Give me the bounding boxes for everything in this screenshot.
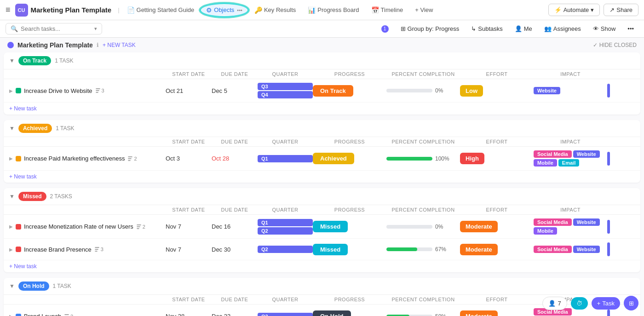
app-menu-icon[interactable]: ≡ <box>6 5 11 15</box>
subtask-count[interactable]: 2 <box>127 156 137 161</box>
show-button[interactable]: 👁 Show <box>588 23 621 34</box>
tab-timeline[interactable]: 📅 Timeline <box>367 5 408 16</box>
group-by-button[interactable]: ⊞ Group by: Progress <box>396 23 464 34</box>
search-input[interactable] <box>21 25 85 32</box>
table-container: ▼ On Track 1 TASK START DATEDUE DATEQUAR… <box>0 52 644 316</box>
progress-bar-background <box>386 247 432 251</box>
group-chevron-on-track[interactable]: ▼ <box>9 57 15 64</box>
task-name[interactable]: Increase Drive to Website <box>24 87 92 94</box>
group-header-missed: ▼ Missed 2 TASKS <box>4 188 640 205</box>
progress-bar-fill <box>386 247 417 251</box>
col-header-0: START DATE <box>166 139 212 144</box>
task-quarter: Q1 <box>258 155 313 162</box>
col-header-4: PERCENT COMPLETION <box>386 139 460 144</box>
new-task-row[interactable]: + New task <box>4 171 640 183</box>
subtask-count[interactable]: 2 <box>64 314 73 316</box>
task-name[interactable]: Increase Paid Marketing effectiveness <box>24 155 125 162</box>
task-start-date: Oct 21 <box>166 87 212 94</box>
task-name[interactable]: Brand Launch <box>24 313 61 316</box>
grid-view-button[interactable]: ⊞ <box>624 296 638 310</box>
col-header-2: QUARTER <box>258 207 313 213</box>
group-task-count-on-hold: 1 TASK <box>53 283 71 289</box>
task-expand-arrow[interactable]: ▶ <box>9 224 13 229</box>
task-effort-badge: High <box>460 153 484 164</box>
tab-timeline-label: Timeline <box>381 6 403 13</box>
show-label: Show <box>601 25 616 32</box>
task-effort-badge: Moderate <box>460 221 498 232</box>
tab-getting-started[interactable]: 📄 Getting Started Guide <box>122 5 199 16</box>
group-status-badge-achieved: Achieved <box>18 124 52 133</box>
task-expand-arrow[interactable]: ▶ <box>9 88 13 93</box>
tab-add-view[interactable]: + View <box>410 5 437 15</box>
more-options-button[interactable]: ••• <box>623 23 638 34</box>
group-chevron-on-hold[interactable]: ▼ <box>9 283 15 289</box>
col-header-1: DUE DATE <box>212 139 258 144</box>
percent-text: 50% <box>435 313 446 316</box>
group-status-badge-missed: Missed <box>18 192 46 201</box>
task-impact: Social MediaWebsiteMobile <box>534 218 607 235</box>
task-percent-cell: 0% <box>386 224 460 230</box>
task-effort: Low <box>460 87 534 94</box>
group-status-badge-on-track: On Track <box>18 56 51 65</box>
search-chevron-icon: ▾ <box>94 26 97 32</box>
col-header-5: EFFORT <box>460 139 534 144</box>
tab-progress-board[interactable]: 📊 Progress Board <box>303 5 363 16</box>
col-header-0: START DATE <box>166 71 212 77</box>
timer-button[interactable]: ⏱ <box>571 297 588 310</box>
task-effort: Moderate <box>460 223 534 230</box>
tab-getting-started-label: Getting Started Guide <box>137 6 195 13</box>
task-expand-arrow[interactable]: ▶ <box>9 156 13 161</box>
new-task-button[interactable]: + NEW TASK <box>103 42 136 48</box>
subtask-count[interactable]: 3 <box>94 247 104 252</box>
automate-button[interactable]: ⚡ Automate ▾ <box>548 4 600 16</box>
quarter-badge: Q3 <box>258 313 313 316</box>
me-button[interactable]: 👤 Me <box>510 23 537 34</box>
table-row: ▶ Increase Paid Marketing effectiveness … <box>4 147 640 171</box>
task-due-date: Dec 23 <box>212 313 258 316</box>
task-effort: Moderate <box>460 313 534 316</box>
percent-text: 67% <box>435 246 446 253</box>
group-by-icon: ⊞ <box>401 25 406 32</box>
task-count-button[interactable]: 👤 7 <box>542 297 567 310</box>
task-percent-cell: 100% <box>386 155 460 162</box>
col-header-6: IMPACT <box>534 71 607 77</box>
impact-tag: Website <box>534 87 560 94</box>
me-label: Me <box>524 25 532 32</box>
group-chevron-missed[interactable]: ▼ <box>9 193 15 200</box>
objects-icon: ⚙ <box>206 6 212 14</box>
impact-tag: Social Media <box>534 218 572 226</box>
task-expand-arrow[interactable]: ▶ <box>9 314 13 316</box>
col-headers-achieved: START DATEDUE DATEQUARTERPROGRESSPERCENT… <box>4 137 640 147</box>
col-header-5: EFFORT <box>460 207 534 213</box>
new-task-row[interactable]: + New task <box>4 103 640 115</box>
task-expand-arrow[interactable]: ▶ <box>9 247 13 252</box>
tab-key-results[interactable]: 🔑 Key Results <box>250 5 300 16</box>
new-task-plus-icon: + <box>597 300 601 307</box>
progress-bar-background <box>386 315 432 316</box>
search-box[interactable]: 🔍 ▾ <box>6 23 102 34</box>
task-progress: Missed <box>313 246 386 253</box>
hide-closed-button[interactable]: ✓ HIDE CLOSED <box>593 42 637 48</box>
col-header-4: PERCENT COMPLETION <box>386 71 460 77</box>
filter-button[interactable]: 1 <box>377 23 393 34</box>
task-quarter: Q1Q2 <box>258 219 313 235</box>
task-name[interactable]: Increase Brand Presence <box>24 246 92 253</box>
task-color-dot <box>16 88 21 93</box>
task-progress-badge: On Track <box>313 85 353 97</box>
info-icon[interactable]: ℹ <box>97 42 99 48</box>
quarter-badge: Q3 <box>258 83 313 90</box>
assignees-button[interactable]: 👥 Assignees <box>540 23 586 34</box>
task-name[interactable]: Increase Monetization Rate of new Users <box>24 223 133 230</box>
subtasks-button[interactable]: ↳ Subtasks <box>466 23 507 34</box>
subtask-count[interactable]: 2 <box>136 224 145 230</box>
subtask-count[interactable]: 3 <box>95 88 104 93</box>
tab-objects[interactable]: ⚙ Objects ••• <box>201 5 247 16</box>
impact-tag: Website <box>573 150 600 158</box>
share-icon: ↗ <box>610 6 615 13</box>
table-row: ▶ Increase Monetization Rate of new User… <box>4 215 640 239</box>
share-button[interactable]: ↗ Share <box>604 4 638 16</box>
group-chevron-achieved[interactable]: ▼ <box>9 125 15 132</box>
new-task-button-bottom[interactable]: + Task <box>592 297 620 310</box>
group-section-on-track: ▼ On Track 1 TASK START DATEDUE DATEQUAR… <box>4 52 640 115</box>
new-task-row[interactable]: + New task <box>4 260 640 272</box>
